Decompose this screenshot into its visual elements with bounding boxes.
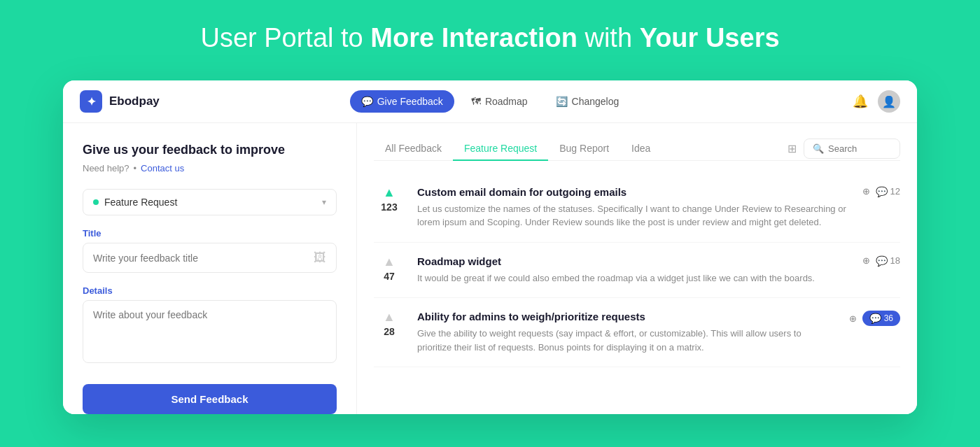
contact-link[interactable]: Contact us: [141, 163, 184, 173]
search-input[interactable]: [828, 143, 891, 154]
upvote-icon-1[interactable]: ▲: [383, 186, 396, 199]
status-icon-1: ⊕: [862, 186, 870, 197]
image-upload-icon[interactable]: 🖼: [314, 250, 326, 265]
feedback-desc-3: Give the ability to weight requests (say…: [417, 327, 836, 354]
feedback-item-1: ▲ 123 Custom email domain for outgoing e…: [374, 173, 900, 243]
comment-badge-1: 💬 12: [876, 186, 900, 197]
changelog-button[interactable]: 🔄 Changelog: [545, 90, 631, 113]
brand-name: Ebodpay: [109, 94, 160, 108]
title-input[interactable]: [93, 253, 314, 264]
roadmap-icon: 🗺: [471, 96, 481, 107]
roadmap-button[interactable]: 🗺 Roadmap: [460, 90, 539, 113]
help-row: Need help? • Contact us: [83, 163, 337, 173]
feedback-meta-1: ⊕ 💬 12: [862, 186, 900, 197]
send-feedback-button[interactable]: Send Feedback: [83, 384, 337, 414]
search-box: 🔍: [804, 139, 900, 159]
vote-section-2: ▲ 47: [374, 255, 405, 282]
comment-badge-2: 💬 18: [876, 255, 900, 267]
search-icon: 🔍: [813, 143, 824, 154]
main-content: Give us your feedback to improve Need he…: [63, 123, 917, 414]
status-badge-3: ⊕: [849, 313, 857, 324]
left-panel: Give us your feedback to improve Need he…: [63, 123, 357, 414]
feedback-body-1: Custom email domain for outgoing emails …: [417, 186, 850, 229]
comment-count-2: 18: [890, 255, 900, 266]
avatar[interactable]: 👤: [878, 90, 900, 113]
help-text: Need help?: [83, 163, 130, 173]
app-window: ✦ Ebodpay 💬 Give Feedback 🗺 Roadmap 🔄 Ch…: [63, 80, 917, 414]
tab-idea[interactable]: Idea: [620, 137, 662, 161]
upvote-icon-2[interactable]: ▲: [383, 255, 396, 268]
brand: ✦ Ebodpay: [80, 90, 350, 113]
panel-title: Give us your feedback to improve: [83, 143, 337, 157]
title-group: Title 🖼: [83, 228, 337, 273]
category-dot-icon: [93, 199, 99, 205]
comment-count-3: 36: [884, 313, 893, 323]
feedback-body-2: Roadmap widget It would be great if we c…: [417, 255, 850, 285]
comment-icon-2: 💬: [876, 255, 888, 267]
feedback-desc-2: It would be great if we could also embed…: [417, 271, 850, 285]
feedback-item-2: ▲ 47 Roadmap widget It would be great if…: [374, 243, 900, 299]
right-panel: All Feedback Feature Request Bug Report …: [357, 123, 917, 414]
category-value: Feature Request: [104, 197, 177, 208]
vote-count-1: 123: [381, 201, 397, 213]
status-icon-2: ⊕: [862, 255, 870, 266]
notification-bell-icon[interactable]: 🔔: [853, 94, 868, 109]
status-icon-3: ⊕: [849, 313, 857, 324]
vote-count-2: 47: [384, 271, 395, 282]
feedback-item-3: ▲ 28 Ability for admins to weigh/priorit…: [374, 298, 900, 367]
comment-icon-3: 💬: [869, 313, 881, 324]
navbar: ✦ Ebodpay 💬 Give Feedback 🗺 Roadmap 🔄 Ch…: [63, 80, 917, 123]
changelog-icon: 🔄: [556, 96, 568, 107]
nav-right: 🔔 👤: [630, 90, 900, 113]
details-textarea[interactable]: [83, 300, 337, 363]
comment-badge-3: 💬 36: [862, 311, 900, 326]
feedback-meta-3: ⊕ 💬 36: [849, 311, 900, 326]
comment-count-1: 12: [890, 186, 900, 197]
feedback-tabs: All Feedback Feature Request Bug Report …: [374, 137, 900, 161]
feedback-meta-2: ⊕ 💬 18: [862, 255, 900, 267]
feedback-icon: 💬: [361, 96, 373, 107]
category-group: Feature Request ▾: [83, 189, 337, 215]
feedback-title-2: Roadmap widget: [417, 255, 850, 267]
brand-logo: ✦: [80, 90, 102, 113]
chevron-down-icon: ▾: [322, 197, 326, 207]
tab-all-feedback[interactable]: All Feedback: [374, 137, 453, 161]
status-badge-1: ⊕: [862, 186, 870, 197]
give-feedback-button[interactable]: 💬 Give Feedback: [350, 90, 454, 113]
status-badge-2: ⊕: [862, 255, 870, 266]
filter-icon[interactable]: ⊞: [788, 142, 797, 155]
vote-section-1: ▲ 123: [374, 186, 405, 213]
feedback-body-3: Ability for admins to weigh/prioritize r…: [417, 311, 836, 354]
category-select[interactable]: Feature Request ▾: [83, 189, 337, 215]
hero-title: User Portal to More Interaction with You…: [200, 21, 779, 55]
feedback-desc-1: Let us customize the names of the status…: [417, 202, 850, 229]
details-label: Details: [83, 285, 337, 296]
tabs-right: ⊞ 🔍: [788, 139, 900, 159]
feedback-title-3: Ability for admins to weigh/prioritize r…: [417, 311, 836, 322]
tab-feature-request[interactable]: Feature Request: [453, 137, 548, 161]
comment-icon-1: 💬: [876, 186, 888, 197]
vote-section-3: ▲ 28: [374, 311, 405, 337]
title-input-wrapper: 🖼: [83, 243, 337, 273]
feedback-title-1: Custom email domain for outgoing emails: [417, 186, 850, 198]
upvote-icon-3[interactable]: ▲: [383, 311, 396, 323]
title-label: Title: [83, 228, 337, 239]
vote-count-3: 28: [384, 326, 395, 337]
details-group: Details: [83, 285, 337, 366]
nav-center: 💬 Give Feedback 🗺 Roadmap 🔄 Changelog: [350, 90, 631, 113]
tab-bug-report[interactable]: Bug Report: [548, 137, 620, 161]
